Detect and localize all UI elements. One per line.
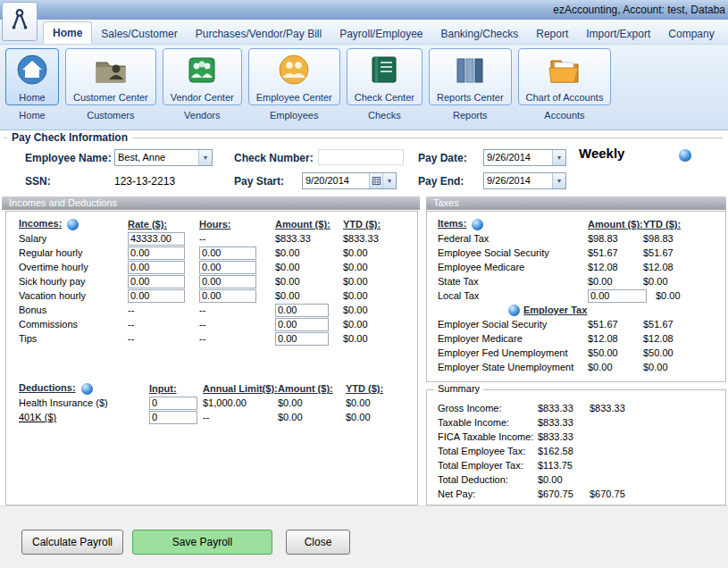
tax-row-employee-social-security: Employee Social Security $51.67 $51.67 <box>427 246 725 260</box>
tab-purchases-vendor-pay-bill[interactable]: Purchases/Vendor/Pay Bill <box>187 23 331 44</box>
toolbar-employee-center-button[interactable]: Employee Center Employees <box>248 48 340 129</box>
title-bar[interactable]: ezAccounting, Account: test, Databa <box>0 0 728 20</box>
toolbar-customer-center-button[interactable]: Customer Center Customers <box>65 48 156 129</box>
tax-row-employer-medicare: Employer Medicare $12.08 $12.08 <box>427 331 725 346</box>
income-hours: -- <box>199 305 275 315</box>
income-amount: $0.00 <box>275 262 343 272</box>
chevron-down-icon[interactable]: ▼ <box>552 150 565 165</box>
bonus-amount-input[interactable] <box>275 304 329 317</box>
check-number-label: Check Number: <box>234 152 314 164</box>
employer-tax-header-row: Employer Tax <box>427 303 725 317</box>
pay-date-select[interactable]: 9/26/2014 ▼ <box>483 149 566 166</box>
toolbar-vendor-center-button[interactable]: Vendor Center Vendors <box>163 48 242 129</box>
income-label: Salary <box>19 233 128 244</box>
tax-ytd: $12.08 <box>643 262 725 272</box>
help-globe-icon[interactable] <box>508 305 520 316</box>
tax-label: Employee Social Security <box>438 247 588 258</box>
help-globe-icon[interactable] <box>81 383 93 395</box>
sick-hourly-hours-input[interactable] <box>199 275 256 288</box>
summary-title: Summary <box>434 383 483 394</box>
tab-report[interactable]: Report <box>527 23 577 44</box>
toolbar-chart-of-accounts-button[interactable]: Chart of Accounts Accounts <box>518 48 612 129</box>
income-ytd: $0.00 <box>343 290 417 301</box>
toolbar-group-label: Accounts <box>544 110 584 121</box>
regular-hourly-rate-input[interactable] <box>128 246 185 260</box>
summary-label: Total Employer Tax: <box>438 460 538 471</box>
toolbar-home-button[interactable]: Home Home <box>5 48 59 129</box>
overtime-hourly-hours-input[interactable] <box>199 261 256 274</box>
customer-center-icon <box>92 52 130 88</box>
summary-ytd: $833.33 <box>590 403 625 413</box>
tax-label: Employer Social Security <box>438 319 588 330</box>
tax-label: Employee Medicare <box>438 262 588 272</box>
sick-hourly-rate-input[interactable] <box>128 275 185 288</box>
income-amount: $0.00 <box>275 276 343 287</box>
deduction-label: Health Insurance ($) <box>19 397 149 408</box>
salary-rate-input[interactable] <box>128 232 185 246</box>
income-ytd: $0.00 <box>343 333 417 344</box>
app-window: ezAccounting, Account: test, Databa Home… <box>0 0 728 568</box>
deductions-column-header: Deductions: <box>19 382 76 393</box>
vacation-hourly-hours-input[interactable] <box>199 289 256 303</box>
local-tax-input[interactable] <box>588 289 647 303</box>
help-globe-icon[interactable] <box>472 219 483 230</box>
deductions-header-row: Deductions: Input: Annual Limit($): Amou… <box>6 381 417 396</box>
close-button[interactable]: Close <box>286 530 350 555</box>
tax-ytd: $51.67 <box>643 319 725 330</box>
pay-end-select[interactable]: 9/26/2014 ▼ <box>483 172 566 189</box>
paycheck-section: Pay Check Information Employee Name: Bes… <box>0 130 728 196</box>
toolbar-check-center-button[interactable]: Check Center Checks <box>347 48 423 129</box>
tax-label: Employer Medicare <box>438 333 588 344</box>
app-icon-button[interactable] <box>2 2 38 41</box>
tab-payroll-employee[interactable]: Payroll/Employee <box>331 23 431 44</box>
income-hours: -- <box>199 233 275 244</box>
summary-panel: Summary Gross Income: $833.33 $833.33 Ta… <box>426 389 726 505</box>
tax-amount: $98.83 <box>588 233 643 244</box>
summary-table: Gross Income: $833.33 $833.33 Taxable In… <box>427 401 725 501</box>
commissions-amount-input[interactable] <box>275 318 329 331</box>
tab-company[interactable]: Company <box>659 23 723 44</box>
vacation-hourly-rate-input[interactable] <box>128 289 185 303</box>
overtime-hourly-rate-input[interactable] <box>128 261 185 274</box>
employee-name-select[interactable]: Best, Anne ▼ <box>114 149 213 166</box>
summary-ytd: $670.75 <box>590 489 625 499</box>
toolbar-button-label: Reports Center <box>437 92 504 103</box>
401k-input[interactable] <box>149 411 197 424</box>
tab-import-export[interactable]: Import/Export <box>577 23 659 44</box>
toolbar-reports-center-button[interactable]: Reports Center Reports <box>429 48 512 129</box>
tax-amount: $0.00 <box>588 276 643 287</box>
pay-start-datepicker[interactable]: 9/20/2014 ▼ <box>302 172 397 189</box>
tab-banking-checks[interactable]: Banking/Checks <box>432 23 528 44</box>
summary-label: FICA Taxable Income: <box>438 431 538 442</box>
check-number-input[interactable] <box>318 149 404 165</box>
help-globe-icon[interactable] <box>67 219 79 230</box>
health-insurance-input[interactable] <box>149 397 197 410</box>
income-label: Sick hourly pay <box>19 276 128 287</box>
calculate-payroll-button[interactable]: Calculate Payroll <box>21 530 123 555</box>
tax-ytd: $50.00 <box>643 347 725 358</box>
chevron-down-icon[interactable]: ▼ <box>552 173 565 188</box>
tax-ytd: $12.08 <box>643 333 725 344</box>
tab-home[interactable]: Home <box>43 21 92 44</box>
summary-amount: $162.58 <box>538 446 590 456</box>
regular-hourly-hours-input[interactable] <box>199 246 256 260</box>
deduction-label[interactable]: 401K ($) <box>19 412 149 422</box>
tax-ytd: $0.00 <box>643 290 725 301</box>
income-row-overtime-hourly: Overtime hourly $0.00 $0.00 <box>6 260 417 274</box>
window-title: ezAccounting, Account: test, Databa <box>553 4 725 16</box>
incomes-table: Incomes: Rate ($): Hours: Amount ($): YT… <box>6 217 417 346</box>
chevron-down-icon[interactable]: ▼ <box>198 150 212 165</box>
tab-help[interactable]: Help <box>724 23 728 44</box>
summary-row-total-deduction: Total Deduction: $0.00 <box>427 472 725 487</box>
save-payroll-button[interactable]: Save Payroll <box>132 530 272 555</box>
income-label: Tips <box>19 333 128 344</box>
amount-column-header: Amount ($): <box>588 219 643 230</box>
chevron-down-icon[interactable]: ▼ <box>382 173 396 188</box>
toolbar-button-label: Employee Center <box>256 92 332 103</box>
calendar-icon[interactable] <box>369 173 382 188</box>
help-globe-icon[interactable] <box>679 149 691 162</box>
tab-sales-customer[interactable]: Sales/Customer <box>92 23 186 44</box>
toolbar-group-label: Employees <box>270 110 318 121</box>
tips-amount-input[interactable] <box>275 332 329 346</box>
summary-row-net-pay: Net Pay: $670.75 $670.75 <box>427 487 725 501</box>
